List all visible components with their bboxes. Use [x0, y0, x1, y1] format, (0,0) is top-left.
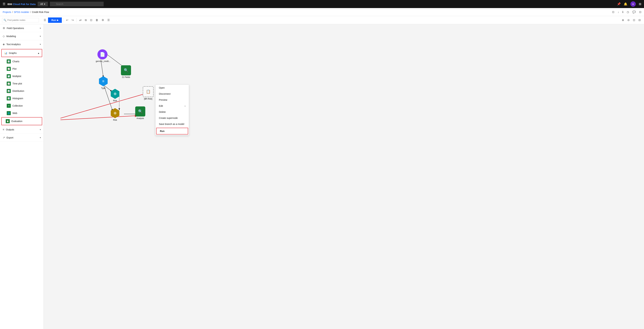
save-icon[interactable]: ⊡ [612, 10, 614, 13]
context-menu-save-branch[interactable]: Save branch as a model [156, 121, 189, 127]
distribution-icon: 📊 [7, 89, 11, 93]
sidebar-item-distribution[interactable]: 📊 Distribution [0, 87, 44, 95]
sidebar-item-collection[interactable]: ✳ Collection [0, 102, 44, 109]
charts-icon: 📊 [7, 59, 11, 63]
palette-search-input[interactable] [8, 19, 38, 21]
type-hex: ≡ [98, 76, 108, 86]
context-menu-disconnect[interactable]: Disconnect [156, 91, 189, 97]
toolbar: 🔍 ☰ Run ▶ ↩ ↪ ⇄ ⧉ ⊡ 🗑 ⚙ ☰ ⊕ ⊖ ⊡ ⊟ [0, 16, 644, 24]
sidebar-section-export: ↗ Export ▾ [0, 134, 44, 142]
sidebar-item-export[interactable]: ↗ Export ▾ [0, 134, 44, 141]
apps-icon[interactable]: ⊞ [639, 2, 641, 6]
node-type[interactable]: ≡ Type [98, 76, 108, 89]
web-label: Web [12, 112, 17, 114]
zoom-out-btn[interactable]: ⊖ [626, 17, 631, 23]
fit-to-page-btn[interactable]: ⊡ [632, 17, 636, 23]
sidebar-section-modeling: ◇ Modeling ▾ [0, 32, 44, 40]
zoom-in-btn[interactable]: ⊕ [620, 17, 625, 23]
collection-label: Collection [12, 104, 23, 107]
plot-label: Plot [12, 67, 16, 70]
redo-btn[interactable]: ↪ [70, 17, 75, 23]
play-icon: ▶ [57, 19, 58, 21]
swap-btn[interactable]: ⇄ [78, 17, 83, 23]
run-label: Run [52, 19, 56, 21]
sidebar-item-modeling[interactable]: ◇ Modeling ▾ [0, 32, 44, 40]
run-button[interactable]: Run ▶ [48, 17, 62, 23]
sidebar-item-outputs[interactable]: ≡ Outputs ▾ [0, 126, 44, 133]
open-label: Open [159, 86, 164, 89]
export-chevron: ▾ [40, 136, 41, 139]
evaluation-label: Evaluation [12, 120, 22, 123]
sidebar-item-plot[interactable]: 📈 Plot [0, 65, 44, 72]
all-dropdown-btn[interactable]: All ▾ [38, 2, 48, 6]
context-menu-delete[interactable]: Delete [156, 109, 189, 115]
histogram-label: Histogram [12, 97, 23, 100]
sidebar-item-evaluation[interactable]: 📋 Evaluation [1, 117, 42, 125]
time-plot-icon: 📈 [7, 82, 11, 86]
sidebar-item-charts[interactable]: 📊 Charts [0, 58, 44, 65]
plot-icon: 📈 [7, 67, 11, 71]
sidebar-item-field-operations[interactable]: ⚙ Field Operations ▾ [0, 24, 44, 32]
topbar: ☰ IBM Cloud Pak for Data All ▾ 🔍 📌 🔔 U ⊞ [0, 0, 644, 8]
breadcrumb-modeler-link[interactable]: SPSS modeler [14, 11, 29, 13]
time-plot-label: Time plot [12, 82, 22, 85]
sr-risk-label: [$R-Risk] [144, 98, 152, 100]
undo-btn[interactable]: ↩ [65, 17, 70, 23]
download-icon[interactable]: ↓ [618, 10, 619, 13]
export-icon: ↗ [3, 136, 5, 139]
sidebar-item-histogram[interactable]: 📊 Histogram [0, 95, 44, 102]
context-menu-preview[interactable]: Preview [156, 97, 189, 103]
info-icon[interactable]: ℹ [622, 10, 623, 13]
outputs-icon: ≡ [3, 128, 4, 131]
menu-icon[interactable]: ☰ [3, 2, 6, 6]
type-label: Type [101, 87, 106, 89]
list-btn[interactable]: ☰ [106, 17, 111, 23]
comments-icon[interactable]: 💬 [632, 10, 636, 13]
flow-connections [44, 24, 644, 329]
topbar-search-wrap: 🔍 [50, 2, 104, 6]
risk1-hex: ⊕ [110, 89, 120, 99]
21fields-rect: 🔍 [121, 65, 131, 75]
sidebar-item-time-plot[interactable]: 📈 Time plot [0, 80, 44, 87]
sidebar-item-graphs[interactable]: 📊 Graphs ▴ [1, 49, 42, 57]
history-icon[interactable]: ◷ [627, 10, 629, 13]
node-analysis[interactable]: 🔍 Analysis [135, 106, 145, 119]
node-risk2[interactable]: ⊕ Risk [110, 108, 120, 121]
node-german-credit[interactable]: 📄 german_credit... [96, 49, 109, 62]
node-risk1[interactable]: ⊕ Risk [110, 89, 120, 102]
palette-search-icon: 🔍 [4, 19, 6, 21]
modeling-icon: ◇ [3, 34, 5, 38]
flow-canvas[interactable]: 📄 german_credit... ≡ Type 🔍 21 Fields ⊕ … [44, 24, 644, 329]
palette-toggle-btn[interactable]: ☰ [42, 17, 47, 23]
german-credit-label: german_credit... [96, 60, 109, 62]
node-sr-risk[interactable]: 📋 [$R-Risk] [143, 86, 154, 100]
palette-search-wrap[interactable]: 🔍 [2, 18, 39, 22]
risk2-hex: ⊕ [110, 108, 120, 118]
sidebar-item-text-analytics[interactable]: ◈ Text Analytics ▾ [0, 40, 44, 48]
disconnect-label: Disconnect [159, 92, 170, 95]
context-menu-open[interactable]: Open [156, 85, 189, 91]
cut-btn[interactable]: ⊡ [89, 17, 94, 23]
context-menu-edit[interactable]: Edit › [156, 103, 189, 109]
avatar[interactable]: U [630, 1, 636, 7]
split-view-btn[interactable]: ⊟ [637, 17, 642, 23]
context-menu-create-supernode[interactable]: Create supernode [156, 115, 189, 121]
pin-icon[interactable]: 📌 [617, 2, 621, 6]
node-21-fields[interactable]: 🔍 21 Fields [121, 65, 131, 78]
svg-line-6 [60, 93, 148, 118]
topbar-search-input[interactable] [50, 2, 104, 6]
histogram-icon: 📊 [7, 96, 11, 100]
settings-btn[interactable]: ⚙ [100, 17, 105, 23]
export-label: Export [6, 136, 13, 139]
breadcrumb: Projects / SPSS modeler / Credit Risk Fl… [0, 8, 644, 16]
outputs-chevron: ▾ [40, 128, 41, 131]
delete-btn[interactable]: 🗑 [94, 18, 100, 23]
notification-icon[interactable]: 🔔 [624, 2, 627, 6]
copy-btn[interactable]: ⧉ [84, 18, 88, 23]
sidebar-section-text-analytics: ◈ Text Analytics ▾ [0, 40, 44, 48]
properties-icon[interactable]: ⊡ [639, 10, 641, 13]
sidebar-item-web[interactable]: 🌐 Web [0, 109, 44, 117]
context-menu-run[interactable]: Run [156, 128, 188, 134]
breadcrumb-projects-link[interactable]: Projects [3, 11, 11, 13]
sidebar-item-multiplot[interactable]: 📉 Multiplot [0, 72, 44, 80]
